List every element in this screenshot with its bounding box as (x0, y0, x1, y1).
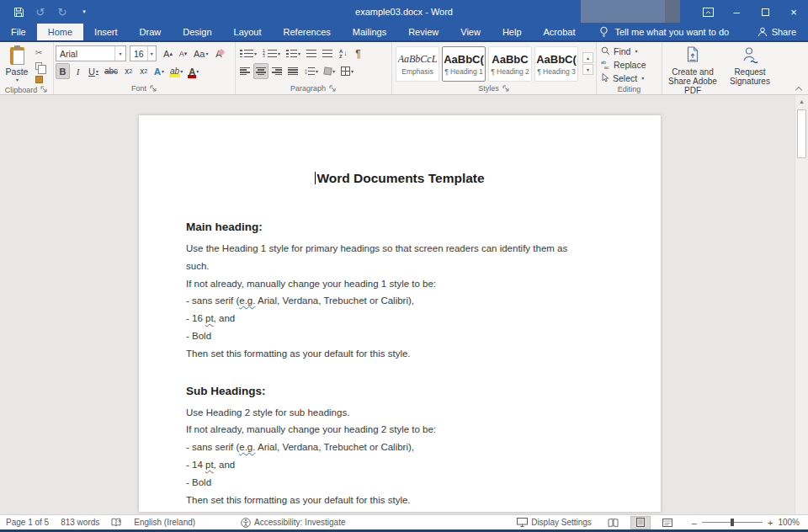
align-right-button[interactable] (269, 63, 284, 79)
shrink-font-button[interactable]: A▾ (176, 45, 190, 61)
doc-line-h[interactable]: Sub Headings: (186, 381, 614, 404)
copy-button[interactable] (32, 60, 45, 72)
sort-button[interactable]: AZ↓ (336, 45, 350, 61)
text-highlight-button[interactable]: ab▾ (167, 63, 185, 79)
doc-line-h[interactable]: Main heading: (186, 217, 614, 240)
doc-line-body[interactable]: - 14 pt, and (186, 456, 614, 474)
select-button[interactable]: Select ▾ (598, 72, 660, 84)
clipboard-dialog-launcher[interactable] (40, 86, 48, 93)
share-button[interactable]: Share (758, 24, 808, 40)
tab-home[interactable]: Home (37, 24, 83, 40)
bold-button[interactable]: B (56, 63, 70, 79)
maximize-button[interactable] (751, 0, 779, 24)
accessibility-status[interactable]: Accessibility: Investigate (235, 515, 351, 529)
read-mode-button[interactable] (603, 516, 624, 529)
doc-line-body[interactable]: - 16 pt, and (186, 310, 614, 327)
style-heading2[interactable]: AaBbC¶ Heading 2 (488, 46, 532, 82)
style-heading3[interactable]: AaBbC(¶ Heading 3 (534, 46, 578, 82)
tab-file[interactable]: File (0, 24, 37, 40)
doc-line-body[interactable]: If not already, manually change your hea… (186, 421, 614, 439)
paste-button[interactable]: Paste ▾ (2, 45, 32, 85)
format-painter-button[interactable] (32, 73, 45, 85)
language-indicator[interactable]: English (Ireland) (128, 515, 201, 529)
zoom-level[interactable]: 100% (778, 518, 800, 527)
show-formatting-button[interactable]: ¶ (351, 45, 365, 61)
doc-line-body[interactable]: - sans serif (e.g. Arial, Verdana, Trebu… (186, 439, 614, 456)
vertical-scrollbar[interactable]: ▲ (795, 95, 808, 514)
tab-references[interactable]: References (273, 24, 342, 40)
doc-line-body[interactable]: Then set this formatting as your default… (186, 345, 614, 363)
print-layout-button[interactable] (630, 516, 651, 529)
zoom-in-button[interactable]: + (768, 518, 773, 528)
doc-line-gap[interactable] (186, 363, 614, 381)
style-emphasis[interactable]: AaBbCcLEmphasis (396, 46, 439, 82)
minimize-button[interactable]: – (722, 0, 751, 24)
change-case-button[interactable]: Aa▾ (191, 45, 210, 61)
request-signatures-button[interactable]: Request Signatures (721, 45, 779, 95)
font-dialog-launcher[interactable] (150, 85, 157, 93)
proofing-status[interactable] (105, 515, 128, 529)
zoom-slider-thumb[interactable] (731, 519, 734, 526)
decrease-indent-button[interactable] (304, 45, 319, 61)
customize-qat-button[interactable]: ▾ (77, 5, 91, 19)
word-count[interactable]: 813 words (55, 515, 105, 529)
zoom-out-button[interactable]: – (692, 518, 697, 528)
bullets-button[interactable]: ▾ (237, 45, 259, 61)
cut-button[interactable]: ✂ (32, 46, 45, 58)
scrollbar-thumb[interactable] (797, 109, 806, 158)
doc-line-body[interactable]: such. (186, 258, 614, 275)
tab-insert[interactable]: Insert (83, 24, 129, 40)
document-page[interactable]: Word Documents TemplateMain heading:Use … (139, 115, 661, 512)
doc-line-body[interactable]: - Bold (186, 474, 614, 492)
replace-button[interactable]: abac Replace (598, 58, 660, 71)
tab-draw[interactable]: Draw (129, 24, 173, 40)
superscript-button[interactable]: x2 (136, 63, 151, 79)
zoom-slider[interactable] (702, 522, 763, 523)
tab-review[interactable]: Review (397, 24, 449, 40)
doc-line-body[interactable]: If not already, manually change your hea… (186, 275, 614, 293)
doc-line-body[interactable]: - sans serif (e.g. Arial, Verdana, Trebu… (186, 292, 614, 310)
scrollbar-up-button[interactable]: ▲ (795, 95, 808, 108)
styles-dialog-launcher[interactable] (502, 85, 510, 93)
page-indicator[interactable]: Page 1 of 5 (0, 515, 55, 529)
line-spacing-button[interactable]: ↕▾ (301, 63, 321, 79)
font-size-combobox[interactable]: 16 ▾ (130, 45, 157, 61)
text-effects-button[interactable]: A▾ (152, 63, 167, 79)
doc-line-body[interactable]: Use the Heading 1 style for primary head… (186, 240, 614, 258)
grow-font-button[interactable]: A▴ (161, 45, 175, 61)
create-share-pdf-button[interactable]: Create and Share Adobe PDF (664, 45, 721, 95)
styles-gallery-more-button[interactable]: ▾ (582, 64, 593, 75)
close-button[interactable]: × (779, 0, 808, 24)
styles-scroll-up-button[interactable]: ▴ (582, 52, 593, 63)
justify-button[interactable] (285, 63, 300, 79)
collapse-ribbon-button[interactable] (795, 85, 803, 92)
increase-indent-button[interactable] (320, 45, 335, 61)
doc-line-body[interactable]: Then set this formatting as your default… (186, 492, 614, 509)
web-layout-button[interactable] (657, 516, 678, 529)
tab-help[interactable]: Help (492, 24, 533, 40)
font-name-combobox[interactable]: Arial ▾ (56, 45, 126, 61)
tab-view[interactable]: View (449, 24, 492, 40)
save-button[interactable] (12, 5, 25, 19)
borders-button[interactable]: ▾ (338, 63, 356, 79)
style-heading1[interactable]: AaBbC(¶ Heading 1 (442, 46, 486, 82)
italic-button[interactable]: I (71, 63, 85, 79)
redo-button[interactable]: ↻ (56, 5, 69, 19)
clear-formatting-button[interactable]: A (211, 45, 226, 61)
underline-button[interactable]: U▾ (86, 63, 101, 79)
tab-acrobat[interactable]: Acrobat (533, 24, 587, 40)
doc-line-title[interactable]: Word Documents Template (186, 169, 614, 189)
doc-line-body[interactable]: Use Heading 2 style for sub headings. (186, 404, 614, 422)
align-left-button[interactable] (237, 63, 252, 79)
subscript-button[interactable]: x2 (121, 63, 136, 79)
tab-layout[interactable]: Layout (223, 24, 273, 40)
numbering-button[interactable]: 1 2 3▾ (260, 45, 283, 61)
tab-design[interactable]: Design (172, 24, 222, 40)
find-button[interactable]: Find ▾ (598, 45, 660, 57)
shading-button[interactable]: ▾ (322, 63, 338, 79)
display-settings-button[interactable]: Display Settings (511, 515, 598, 529)
undo-button[interactable]: ↺ (34, 5, 47, 19)
font-color-button[interactable]: A▾ (186, 63, 201, 79)
strikethrough-button[interactable]: abc (102, 63, 120, 79)
tab-mailings[interactable]: Mailings (342, 24, 397, 40)
